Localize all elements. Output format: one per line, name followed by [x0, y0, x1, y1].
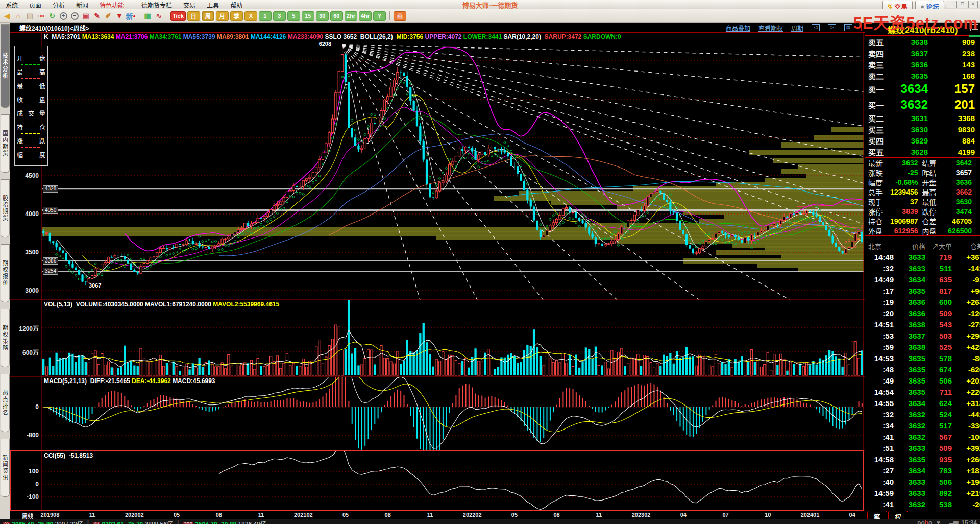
menu-item-工具[interactable]: 工具 [201, 1, 225, 9]
bid-row[interactable]: 买五36284199 [865, 146, 980, 157]
period-button-1[interactable]: 1 [259, 11, 272, 21]
tick-price: 3633 [894, 478, 925, 486]
tick-price: 3632 [894, 410, 925, 419]
tick-volume: 509 [925, 309, 952, 318]
tick-oi-change: -330 [952, 421, 980, 430]
period-button-X[interactable]: X [244, 11, 257, 21]
brush-icon[interactable]: ✐ [103, 11, 113, 21]
ask-row[interactable]: 卖五3638909 [865, 36, 980, 47]
stat-value: 37 [889, 198, 922, 206]
toolbar-separator [139, 11, 139, 20]
sidebar-tab-技术分析[interactable]: 技术分析 [1, 24, 10, 108]
ask-row[interactable]: 卖四3637238 [865, 47, 980, 59]
ask-row[interactable]: 卖三3636143 [865, 59, 980, 70]
menu-item-分析[interactable]: 分析 [47, 1, 70, 9]
menu-item-一德期货专栏[interactable]: 一德期货专栏 [130, 1, 178, 9]
split-window-icon[interactable]: ▤ [844, 24, 852, 31]
sidebar-tab-期权报价[interactable]: 期权报价 [1, 244, 10, 302]
sidebar-bottom-tab-笔[interactable]: 笔 [867, 511, 887, 519]
left-tab-column: 技术分析国内期货股指期货期权报价期权策略热点排名新闻资讯 [0, 23, 10, 524]
legend-item-幅度: 幅度 [17, 150, 45, 158]
tick-oi-change: -275 [952, 320, 980, 329]
minimize-button[interactable]: – [947, 1, 957, 8]
tick-price: 3632 [894, 500, 925, 509]
sidebar-tab-期权策略[interactable]: 期权策略 [1, 309, 10, 367]
zoom-out-icon[interactable]: − [69, 11, 80, 21]
ask-row[interactable]: 卖一3634157 [865, 81, 980, 97]
tick-oi-change: -626 [952, 365, 980, 374]
period-button-Tick[interactable]: Tick [170, 11, 186, 21]
sidebar-bottom-tab-权[interactable]: 权 [888, 511, 908, 519]
menu-items: 系统页面分析新闻特色功能一德期货专栏交易工具帮助 [0, 1, 248, 9]
period-button-5[interactable]: 5 [287, 11, 300, 21]
period-button-画[interactable]: 画 [394, 11, 406, 21]
menu-item-特色功能[interactable]: 特色功能 [94, 1, 130, 9]
tick-volume: 525 [925, 343, 952, 351]
grid-icon[interactable]: ▦ [142, 11, 153, 21]
tick-volume: 506 [925, 478, 952, 486]
back-arrow-icon[interactable]: ◀ [2, 11, 12, 21]
funnel-icon[interactable]: ▼ [114, 11, 125, 21]
prev-contract-icon[interactable]: ◁ [812, 24, 820, 31]
trend-icon[interactable]: ∿ [154, 11, 164, 21]
tick-time: :53 [868, 331, 894, 340]
stat-value: 3642 [943, 159, 976, 167]
home-icon[interactable]: ⌂ [13, 11, 23, 21]
period-button-日[interactable]: 日 [187, 11, 200, 21]
menu-item-页面[interactable]: 页面 [23, 1, 47, 9]
bid-row[interactable]: 买二36313368 [865, 112, 980, 124]
menu-item-交易[interactable]: 交易 [178, 1, 201, 9]
chart-column: 螺纹2410(010610)<周线> 商品叠加查看期权周期◁▷▤ K MA5:3… [10, 23, 865, 524]
news-icon[interactable]: ▤ [24, 11, 35, 21]
sidebar-tab-国内期货[interactable]: 国内期货 [1, 114, 10, 173]
bid-row[interactable]: 买四3629884 [865, 135, 980, 146]
fin-icon[interactable]: FIN [36, 11, 46, 21]
menu-item-帮助[interactable]: 帮助 [225, 1, 248, 9]
level-price: 3631 [890, 114, 935, 123]
bid-row[interactable]: 买三36309830 [865, 124, 980, 135]
index-change: -20.88 [217, 521, 236, 524]
quote-sidebar: 螺纹2410(rb2410) 卖五3638909卖四3637238卖三36361… [865, 23, 980, 524]
period-button-周[interactable]: 周 [202, 11, 214, 21]
menu-item-系统[interactable]: 系统 [0, 1, 23, 9]
sidebar-tab-新闻资讯[interactable]: 新闻资讯 [1, 439, 10, 497]
menu-item-新闻[interactable]: 新闻 [70, 1, 94, 9]
period-button-季[interactable]: 季 [230, 11, 243, 21]
legend-dash [21, 64, 41, 65]
period-button-月[interactable]: 月 [216, 11, 229, 21]
zoom-in-icon[interactable]: + [58, 11, 68, 21]
ask-row[interactable]: 卖二3635168 [865, 70, 980, 81]
bid-row[interactable]: 买一3632201 [865, 97, 980, 112]
period-button-4hr[interactable]: 4hr [359, 11, 372, 21]
next-contract-icon[interactable]: ▷ [828, 24, 836, 31]
legend-char: 最 [17, 81, 23, 90]
legend-dash [21, 78, 41, 79]
tick-time: :41 [868, 500, 894, 509]
new-icon[interactable]: 新● [126, 11, 136, 21]
link-周期[interactable]: 周期 [791, 23, 803, 32]
legend-char: 开 [17, 54, 23, 62]
period-button-Y[interactable]: Y [373, 11, 386, 21]
close-button[interactable]: × [968, 1, 978, 8]
link-查看期权[interactable]: 查看期权 [758, 23, 783, 32]
refresh-icon[interactable]: ↻ [47, 11, 57, 21]
maximize-button[interactable]: □ [958, 1, 967, 8]
chart-canvas[interactable]: K MA5:3701 MA13:3634 MA21:3706 MA34:3761… [10, 33, 865, 520]
legend-dash [21, 147, 41, 148]
sidebar-tab-股指期货[interactable]: 股指期货 [1, 179, 10, 237]
period-button-30[interactable]: 30 [316, 11, 329, 21]
ohlc-legend-panel[interactable]: 开盘最高最低收盘成交量持仓涨跌幅度 [14, 46, 48, 166]
link-商品叠加[interactable]: 商品叠加 [726, 23, 750, 32]
sidebar-tab-热点排名[interactable]: 热点排名 [1, 374, 10, 432]
period-button-60[interactable]: 60 [330, 11, 343, 21]
period-button-3[interactable]: 3 [273, 11, 286, 21]
pencil-icon[interactable]: ✎ [92, 11, 102, 21]
level-qty: 4199 [935, 148, 975, 156]
back-arrow-icon: ◀ [5, 12, 10, 20]
stat-value: 3630 [943, 198, 976, 206]
period-button-2hr[interactable]: 2hr [345, 11, 357, 21]
layers-icon[interactable]: ▣ [81, 11, 91, 21]
period-button-15[interactable]: 15 [302, 11, 314, 21]
stat-value: 3632 [889, 159, 922, 167]
layers-icon: ▣ [82, 12, 89, 20]
